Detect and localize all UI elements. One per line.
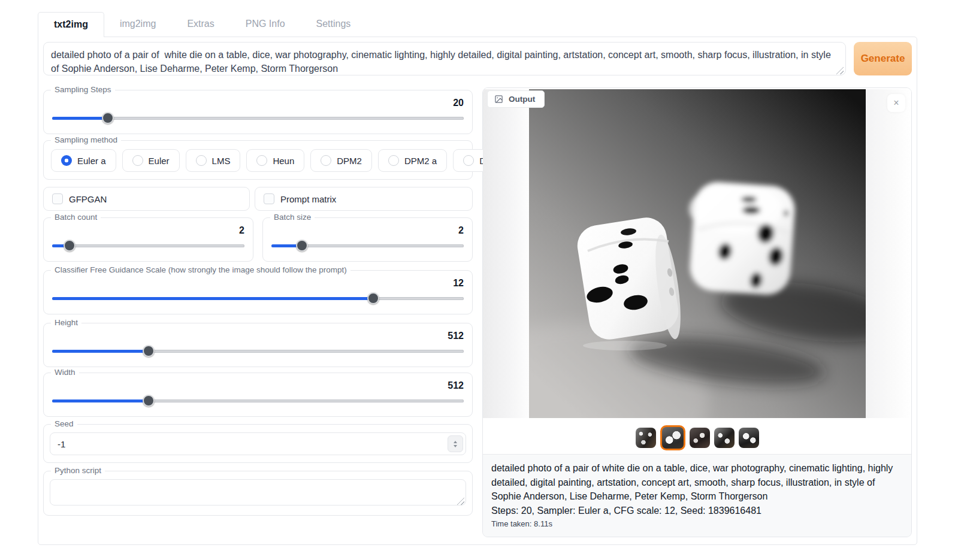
radio-icon <box>196 155 207 166</box>
output-caption: detailed photo of a pair of white die on… <box>483 455 911 537</box>
radio-euler[interactable]: Euler <box>122 149 180 172</box>
image-icon <box>494 95 503 104</box>
thumbnail-5[interactable] <box>739 428 759 448</box>
generate-button[interactable]: Generate <box>854 42 912 75</box>
batch-size-slider[interactable] <box>271 240 464 252</box>
radio-dpm2-a[interactable]: DPM2 a <box>378 149 447 172</box>
output-header-label: Output <box>509 95 535 104</box>
sampling-steps-slider[interactable] <box>52 112 464 124</box>
output-panel: Output × deta <box>482 87 912 537</box>
radio-icon <box>132 155 143 166</box>
prompt-input[interactable]: detailed photo of a pair of white die on… <box>43 42 846 75</box>
python-script-wrap <box>50 479 466 508</box>
radio-label: Euler a <box>77 156 106 166</box>
thumbnail-1[interactable] <box>636 428 656 448</box>
cfg-scale-group: Classifier Free Guidance Scale (how stro… <box>43 270 473 314</box>
cfg-scale-value: 12 <box>52 278 464 291</box>
tab-bar: txt2img img2img Extras PNG Info Settings <box>38 12 917 37</box>
prompt-matrix-label: Prompt matrix <box>280 194 336 204</box>
height-label: Height <box>51 318 81 327</box>
gfpgan-checkbox[interactable]: GFPGAN <box>43 187 250 211</box>
python-script-group: Python script <box>43 471 473 516</box>
batch-count-label: Batch count <box>51 213 101 222</box>
sampling-method-group: Sampling method Euler a Euler <box>43 140 473 180</box>
seed-label: Seed <box>51 419 77 428</box>
caption-prompt-text: detailed photo of a pair of white die on… <box>491 461 903 504</box>
batch-size-value: 2 <box>271 225 464 238</box>
prompt-matrix-checkbox[interactable]: Prompt matrix <box>255 187 473 211</box>
radio-lms[interactable]: LMS <box>186 149 241 172</box>
prompt-wrap: detailed photo of a pair of white die on… <box>43 42 846 78</box>
radio-icon <box>256 155 267 166</box>
batch-count-slider[interactable] <box>52 240 244 252</box>
sampling-steps-label: Sampling Steps <box>51 85 115 94</box>
tab-img2img[interactable]: img2img <box>104 12 171 37</box>
radio-label: DPM2 <box>337 156 362 166</box>
sampling-steps-value: 20 <box>52 98 464 111</box>
gfpgan-label: GFPGAN <box>69 194 107 204</box>
settings-column: Sampling Steps 20 Sampling method Eu <box>43 87 473 537</box>
height-value: 512 <box>52 331 464 344</box>
radio-euler-a[interactable]: Euler a <box>51 149 116 172</box>
content-card: detailed photo of a pair of white die on… <box>38 37 917 545</box>
thumbnail-4[interactable] <box>714 428 735 448</box>
caption-time-taken: Time taken: 8.11s <box>491 519 903 528</box>
radio-icon <box>463 155 474 166</box>
stepper-down-icon[interactable] <box>454 445 457 447</box>
batch-row: Batch count 2 Batch size 2 <box>43 217 473 262</box>
radio-heun[interactable]: Heun <box>246 149 304 172</box>
sampling-method-label: Sampling method <box>51 135 121 144</box>
main-row: Sampling Steps 20 Sampling method Eu <box>43 87 912 537</box>
radio-dpm2[interactable]: DPM2 <box>310 149 372 172</box>
dice-image <box>529 89 866 418</box>
app-container: txt2img img2img Extras PNG Info Settings… <box>38 12 917 545</box>
batch-size-group: Batch size 2 <box>262 217 473 262</box>
thumbnail-2-selected[interactable] <box>660 425 685 450</box>
checkbox-icon <box>52 193 63 204</box>
width-label: Width <box>51 368 79 377</box>
page: txt2img img2img Extras PNG Info Settings… <box>0 0 955 560</box>
radio-label: LMS <box>212 156 231 166</box>
gallery-right-padding <box>866 89 911 418</box>
output-column: Output × deta <box>482 87 912 537</box>
tab-png-info[interactable]: PNG Info <box>230 12 301 37</box>
radio-icon <box>321 155 331 166</box>
radio-label: Heun <box>273 156 294 166</box>
prompt-row: detailed photo of a pair of white die on… <box>43 42 912 78</box>
output-header: Output <box>487 90 545 108</box>
radio-checked-icon <box>61 155 72 166</box>
height-group: Height 512 <box>43 323 473 367</box>
seed-input[interactable] <box>50 432 466 455</box>
seed-box <box>50 432 466 455</box>
tab-extras[interactable]: Extras <box>171 12 229 37</box>
batch-count-value: 2 <box>52 225 244 238</box>
width-value: 512 <box>52 380 464 393</box>
radio-label: Euler <box>149 156 170 166</box>
cfg-scale-label: Classifier Free Guidance Scale (how stro… <box>51 265 350 274</box>
checkbox-row: GFPGAN Prompt matrix <box>43 187 473 211</box>
tab-settings[interactable]: Settings <box>301 12 367 37</box>
thumbnail-3[interactable] <box>690 428 710 448</box>
gallery-thumbnails <box>483 423 911 452</box>
batch-count-group: Batch count 2 <box>43 217 253 262</box>
close-icon[interactable]: × <box>887 94 905 112</box>
height-slider[interactable] <box>52 345 464 357</box>
output-gallery: Output × <box>483 88 911 455</box>
width-slider[interactable] <box>52 395 464 407</box>
tab-txt2img[interactable]: txt2img <box>38 12 104 37</box>
seed-stepper[interactable] <box>448 435 463 452</box>
sampling-steps-group: Sampling Steps 20 <box>43 90 473 134</box>
python-script-label: Python script <box>51 466 105 475</box>
seed-group: Seed <box>43 424 473 463</box>
cfg-scale-slider[interactable] <box>52 292 464 304</box>
python-script-input[interactable] <box>50 479 466 505</box>
generated-image[interactable] <box>529 89 866 418</box>
width-group: Width 512 <box>43 373 473 417</box>
batch-size-label: Batch size <box>270 213 315 222</box>
checkbox-icon <box>264 193 274 204</box>
gallery-left-padding <box>483 89 529 418</box>
radio-label: DPM2 a <box>404 156 437 166</box>
radio-icon <box>388 155 399 166</box>
stepper-up-icon[interactable] <box>454 441 457 443</box>
caption-params-text: Steps: 20, Sampler: Euler a, CFG scale: … <box>491 504 903 518</box>
